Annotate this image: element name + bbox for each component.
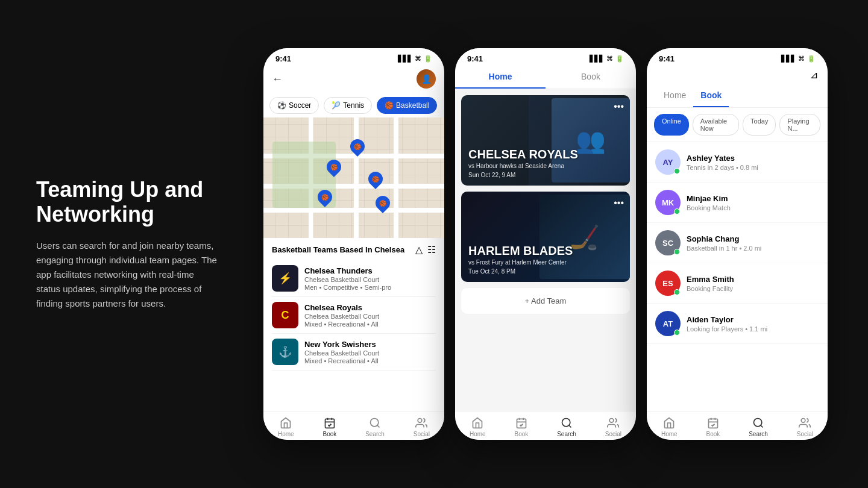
home-icon-3 — [662, 416, 676, 430]
phone-2: 9:41 ▋▋▋ ⌘ 🔋 Home Book — [455, 48, 636, 440]
map-pin-4[interactable]: 🏀 — [318, 190, 332, 207]
tab-search-2[interactable]: Search — [557, 416, 576, 437]
phone1-header: ← 👤 — [263, 66, 444, 93]
map-pin-2[interactable]: 🏀 — [327, 160, 341, 177]
friend-avatar-1: MK — [655, 190, 681, 215]
filter-today[interactable]: Today — [743, 114, 776, 136]
svg-point-1 — [371, 419, 379, 427]
friend-item-4[interactable]: AT Aiden Taylor Looking for Players • 1.… — [647, 304, 828, 344]
team-info-1: Chelsea Royals Chelsea Basketball Court … — [304, 303, 436, 328]
team-item-1[interactable]: C Chelsea Royals Chelsea Basketball Cour… — [272, 297, 436, 334]
team-item-2[interactable]: ⚓ New York Swishers Chelsea Basketball C… — [272, 334, 436, 371]
map-pin-3[interactable]: 🏀 — [368, 172, 383, 189]
friend-avatar-2: SC — [655, 230, 681, 255]
filter-icon[interactable]: ☷ — [427, 244, 436, 255]
map-area: 🏀 🏀 🏀 🏀 🏀 — [263, 117, 444, 238]
tab-bar-2: Home Book Search — [455, 411, 636, 440]
online-indicator-1 — [674, 208, 680, 214]
sport-tab-soccer[interactable]: ⚽ Soccer — [269, 97, 319, 114]
tab-book-2[interactable]: Book — [515, 416, 529, 437]
svg-rect-3 — [517, 419, 526, 428]
teams-actions: △ ☷ — [415, 244, 436, 255]
tab-teams-2[interactable]: Home — [455, 66, 546, 89]
phone3-tabs: Home Book — [647, 84, 828, 108]
soccer-icon: ⚽ — [277, 101, 286, 110]
tab-teams-3[interactable]: Home — [656, 84, 693, 107]
road — [394, 117, 398, 238]
tab-friends-2[interactable]: Book — [546, 66, 636, 89]
signal-icon-3: ▋▋▋ — [781, 55, 796, 63]
tab-book-1[interactable]: Book — [323, 416, 337, 437]
friend-avatar-3: ES — [655, 271, 681, 296]
tab-home-3[interactable]: Home — [661, 416, 678, 437]
svg-point-4 — [562, 419, 570, 427]
card-menu-0[interactable]: ••• — [614, 101, 624, 112]
online-indicator-0 — [674, 168, 680, 174]
status-icons-2: ▋▋▋ ⌘ 🔋 — [590, 55, 624, 63]
friends-list: AY Ashley Yates Tennis in 2 days • 0.8 m… — [647, 142, 828, 411]
filter-online[interactable]: Online — [654, 114, 689, 136]
status-icons-3: ▋▋▋ ⌘ 🔋 — [781, 55, 816, 63]
road — [354, 117, 359, 238]
friend-info-4: Aiden Taylor Looking for Players • 1.1 m… — [687, 315, 819, 333]
map-pin-5[interactable]: 🏀 — [376, 196, 390, 213]
filter-icon-3[interactable]: ⊿ — [810, 69, 818, 81]
tab-search-3[interactable]: Search — [749, 416, 768, 437]
status-bar-2: 9:41 ▋▋▋ ⌘ 🔋 — [455, 48, 636, 66]
teams-header: Basketball Teams Based In Chelsea △ ☷ — [272, 244, 436, 255]
page-description: Users can search for and join nearby tea… — [36, 239, 217, 311]
search-icon-1 — [368, 416, 382, 430]
tab-book-3[interactable]: Book — [706, 416, 720, 437]
status-bar-3: 9:41 ▋▋▋ ⌘ 🔋 — [647, 48, 828, 66]
filter-playing[interactable]: Playing N... — [779, 114, 820, 136]
friend-item-3[interactable]: ES Emma Smith Booking Facility — [647, 263, 828, 304]
team-logo-thunders: ⚡ — [272, 265, 298, 292]
friend-item-0[interactable]: AY Ashley Yates Tennis in 2 days • 0.8 m… — [647, 142, 828, 183]
filter-bar: Online Available Now Today Playing N... — [647, 108, 828, 142]
tennis-icon: 🎾 — [332, 101, 341, 110]
sport-tab-tennis[interactable]: 🎾 Tennis — [324, 97, 372, 114]
friend-info-3: Emma Smith Booking Facility — [687, 275, 819, 292]
location-icon[interactable]: △ — [415, 244, 423, 255]
game-card-1[interactable]: 🏒 HARLEM BLADES vs Frost Fury at Harlem … — [461, 192, 630, 282]
phone2-tabs: Home Book — [455, 66, 636, 89]
svg-point-8 — [802, 419, 806, 423]
friend-info-2: Sophia Chang Basketball in 1 hr • 2.0 mi — [687, 234, 819, 252]
friend-item-1[interactable]: MK Minjae Kim Booking Match — [647, 183, 828, 223]
tab-search-1[interactable]: Search — [365, 416, 385, 437]
wifi-icon-3: ⌘ — [798, 55, 805, 63]
tab-home-1[interactable]: Home — [278, 416, 294, 437]
tab-social-2[interactable]: Social — [605, 416, 621, 437]
sport-tab-basketball[interactable]: 🏀 Basketball — [377, 97, 437, 114]
avatar-initials-1: MK — [662, 198, 674, 207]
status-time-1: 9:41 — [275, 54, 291, 63]
card-menu-1[interactable]: ••• — [614, 198, 624, 208]
avatar-initials-3: ES — [662, 279, 673, 288]
phones-container: 9:41 ▋▋▋ ⌘ 🔋 ← 👤 ⚽ Soccer 🎾 — [247, 48, 844, 440]
team-item-0[interactable]: ⚡ Chelsea Thunders Chelsea Basketball Co… — [272, 260, 436, 297]
add-team-button[interactable]: + Add Team — [461, 288, 630, 314]
back-button[interactable]: ← — [272, 73, 283, 86]
game-card-0[interactable]: 👥 CHELSEA ROYALS vs Harbour hawks at Sea… — [461, 95, 630, 186]
game-card-info-0: CHELSEA ROYALS vs Harbour hawks at Seasi… — [461, 141, 585, 186]
game-card-bg-1: 🏒 HARLEM BLADES vs Frost Fury at Harlem … — [461, 192, 630, 282]
map-background: 🏀 🏀 🏀 🏀 🏀 — [263, 117, 444, 238]
basketball-icon: 🏀 — [385, 101, 394, 110]
battery-icon-2: 🔋 — [615, 55, 624, 63]
friend-info-0: Ashley Yates Tennis in 2 days • 0.8 mi — [687, 154, 819, 171]
user-avatar[interactable]: 👤 — [417, 69, 436, 89]
team-info-2: New York Swishers Chelsea Basketball Cou… — [304, 340, 436, 364]
tab-home-2[interactable]: Home — [470, 416, 486, 437]
battery-icon: 🔋 — [424, 55, 432, 63]
filter-available[interactable]: Available Now — [693, 114, 739, 136]
tab-social-3[interactable]: Social — [797, 416, 813, 437]
status-time-2: 9:41 — [467, 54, 483, 63]
team-info-0: Chelsea Thunders Chelsea Basketball Cour… — [304, 266, 436, 291]
tab-friends-3[interactable]: Book — [693, 84, 729, 107]
friend-item-2[interactable]: SC Sophia Chang Basketball in 1 hr • 2.0… — [647, 223, 828, 263]
svg-point-2 — [418, 419, 423, 423]
search-icon-3 — [752, 416, 765, 430]
wifi-icon: ⌘ — [415, 55, 421, 63]
tab-social-1[interactable]: Social — [414, 416, 430, 437]
map-pin-1[interactable]: 🏀 — [350, 139, 365, 156]
